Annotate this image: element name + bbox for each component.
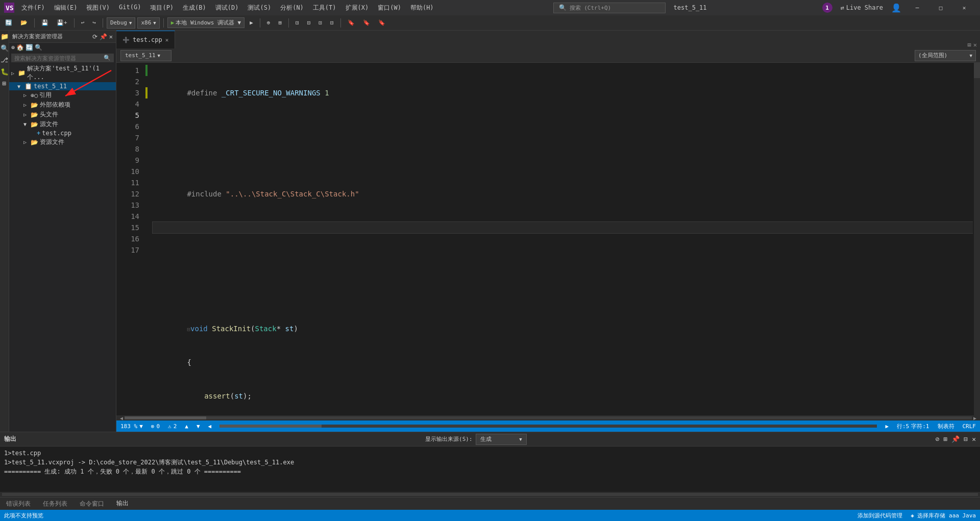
menu-git[interactable]: Git(G) xyxy=(115,3,145,13)
menu-edit[interactable]: 编辑(E) xyxy=(50,3,82,13)
line-num-11: 11 xyxy=(116,177,139,188)
maximize-button[interactable]: □ xyxy=(929,0,952,15)
output-maximize-btn[interactable]: ⊟ xyxy=(964,435,968,443)
redo-btn[interactable]: ↪ xyxy=(89,18,99,27)
sidebar-item-sources[interactable]: ▼ 📂 源文件 xyxy=(9,119,116,129)
breakpoint-btn[interactable]: ⊡ xyxy=(292,18,302,27)
activity-git[interactable]: ⎇ xyxy=(1,56,8,64)
step-out-btn[interactable]: ⊡ xyxy=(327,18,337,27)
sidebar-filter-btn[interactable]: 🔍 xyxy=(35,44,42,51)
tab-close[interactable]: ✕ xyxy=(165,37,169,43)
undo-btn[interactable]: ↩ xyxy=(78,18,88,27)
menu-window[interactable]: 窗口(W) xyxy=(374,3,405,13)
code-editor[interactable]: 1 2 3 4 5 6 7 8 9 10 11 12 13 14 15 16 1… xyxy=(116,63,980,415)
bottom-status-text: 此项不支持预览 xyxy=(4,512,43,519)
profile-icon[interactable]: 👤 xyxy=(891,3,901,13)
output-close-btn[interactable]: ✕ xyxy=(972,435,976,443)
bookmark3-btn[interactable]: 🔖 xyxy=(375,18,388,27)
sidebar-item-resources[interactable]: ▷ 📂 资源文件 xyxy=(9,137,116,147)
save-btn[interactable]: 💾 xyxy=(38,18,52,27)
tab-testcpp[interactable]: ➕ test.cpp ✕ xyxy=(116,31,175,48)
platform-dropdown[interactable]: x86 ▼ xyxy=(137,17,159,29)
notification-icon[interactable]: 1 xyxy=(822,3,832,13)
scroll-right2-btn[interactable]: ▶ xyxy=(885,423,889,430)
output-wrap-btn[interactable]: ⊞ xyxy=(944,435,948,443)
errors-status[interactable]: ⊗ 0 xyxy=(151,423,160,430)
tab-bar: ➕ test.cpp ✕ ⊞ ✕ xyxy=(116,31,980,48)
row-col-status[interactable]: 行:5 字符:1 xyxy=(897,423,929,430)
menu-test[interactable]: 测试(S) xyxy=(243,3,275,13)
minimize-button[interactable]: ─ xyxy=(905,0,929,15)
gutter-1 xyxy=(144,65,149,76)
sidebar-pin-btn[interactable]: 📌 xyxy=(100,33,107,40)
editor-close-btn[interactable]: ✕ xyxy=(973,41,977,48)
close-button[interactable]: ✕ xyxy=(952,0,976,15)
scroll-right-btn[interactable]: ▶ xyxy=(972,415,978,421)
sidebar-search[interactable]: 🔍 xyxy=(11,54,114,62)
encoding-status[interactable]: 制表符 xyxy=(938,423,954,430)
sidebar-home-btn[interactable]: 🏠 xyxy=(16,44,24,51)
scope-dropdown[interactable]: (全局范围) ▼ xyxy=(915,50,976,61)
scroll-left2-btn[interactable]: ◀ xyxy=(208,423,212,430)
editor-maximize-btn[interactable]: ⊞ xyxy=(968,41,971,48)
source-control-label[interactable]: 添加到源代码管理 xyxy=(857,512,902,519)
activity-debug[interactable]: 🐛 xyxy=(1,68,9,76)
activity-extensions[interactable]: ⊞ xyxy=(3,80,7,87)
menu-help[interactable]: 帮助(H) xyxy=(406,3,438,13)
sidebar-item-headers[interactable]: ▷ 📂 头文件 xyxy=(9,110,116,119)
sidebar-close-btn[interactable]: ✕ xyxy=(109,33,113,40)
right-scrollbar[interactable] xyxy=(973,63,980,415)
activity-search[interactable]: 🔍 xyxy=(1,44,9,52)
bottom-tab-errors[interactable]: 错误列表 xyxy=(0,498,37,510)
activity-explorer[interactable]: 📁 xyxy=(1,33,9,40)
config-dropdown[interactable]: Debug ▼ xyxy=(107,17,136,29)
perf-btn[interactable]: ⊞ xyxy=(275,18,285,27)
h-scrollbar-track[interactable] xyxy=(125,416,972,419)
output-pin-btn[interactable]: 📌 xyxy=(951,435,960,443)
menu-view[interactable]: 视图(V) xyxy=(82,3,114,13)
bookmark2-btn[interactable]: 🔖 xyxy=(360,18,373,27)
sidebar-refresh-btn[interactable]: 🔄 xyxy=(26,44,33,51)
line-num-6: 6 xyxy=(116,121,139,132)
sidebar-search-input[interactable] xyxy=(14,55,104,61)
scroll-up-btn[interactable]: ▲ xyxy=(185,423,188,430)
row-label: 行:5 xyxy=(897,423,909,430)
bottom-tab-tasks[interactable]: 任务列表 xyxy=(37,498,74,510)
code-content[interactable]: #define _CRT_SECURE_NO_WARNINGS 1 #inclu… xyxy=(149,63,973,415)
live-share-status[interactable]: ◈ 选择库存储 aaa Java xyxy=(911,512,976,519)
menu-debug[interactable]: 调试(D) xyxy=(211,3,243,13)
bookmark1-btn[interactable]: 🔖 xyxy=(345,18,358,27)
menu-analyze[interactable]: 分析(N) xyxy=(276,3,308,13)
new-btn[interactable]: 🔄 xyxy=(2,18,15,27)
line-ending-status[interactable]: CRLF xyxy=(963,423,976,430)
scroll-down-btn[interactable]: ▼ xyxy=(197,423,200,430)
h-scrollbar-thumb[interactable] xyxy=(125,416,206,419)
sidebar-nav-btn[interactable]: ⊕ xyxy=(11,44,15,51)
bottom-tab-output[interactable]: 输出 xyxy=(110,498,135,510)
step-over-btn[interactable]: ⊡ xyxy=(304,18,314,27)
live-share-label: Live Share xyxy=(846,4,883,11)
scroll-left-btn[interactable]: ◀ xyxy=(118,415,125,421)
save-all-btn[interactable]: 💾+ xyxy=(54,18,70,27)
filepath-dropdown[interactable]: test_5_11 ▼ xyxy=(120,50,172,61)
step-into-btn[interactable]: ⊡ xyxy=(315,18,325,27)
output-clear-btn[interactable]: ⊘ xyxy=(936,435,940,443)
sidebar-sync-btn[interactable]: ⟳ xyxy=(92,33,97,40)
menu-project[interactable]: 项目(P) xyxy=(146,3,178,13)
warnings-status[interactable]: ⚠ 2 xyxy=(168,423,177,430)
menu-extensions[interactable]: 扩展(X) xyxy=(341,3,373,13)
sidebar-item-testcpp[interactable]: + test.cpp xyxy=(9,129,116,137)
zoom-status[interactable]: 183 % ▼ xyxy=(120,423,143,430)
gutter-17 xyxy=(144,244,149,256)
bottom-tab-command[interactable]: 命令窗口 xyxy=(74,498,110,510)
open-btn[interactable]: 📂 xyxy=(17,18,31,27)
menu-file[interactable]: 文件(F) xyxy=(17,3,49,13)
continue-btn[interactable]: ▶ xyxy=(247,18,256,27)
output-source-dropdown[interactable]: 生成 ▼ xyxy=(476,434,527,445)
live-share-button[interactable]: ⇄ Live Share xyxy=(837,3,887,12)
menu-build[interactable]: 生成(B) xyxy=(179,3,210,13)
run-debugger-btn[interactable]: ▶ 本地 Windows 调试器 ▼ xyxy=(167,17,244,28)
menu-tools[interactable]: 工具(T) xyxy=(309,3,340,13)
search-box[interactable]: 🔍 搜索 (Ctrl+Q) xyxy=(553,3,666,13)
attach-btn[interactable]: ⊕ xyxy=(264,18,274,27)
